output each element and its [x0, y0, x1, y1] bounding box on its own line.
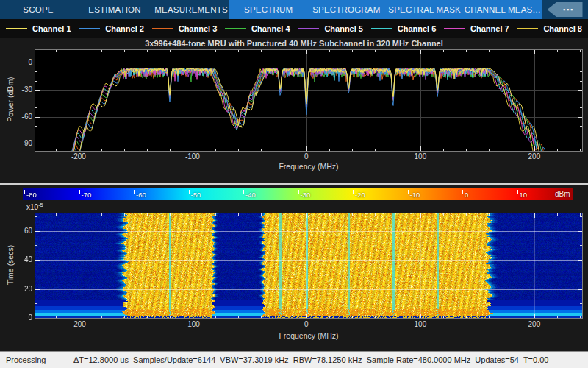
channel-4-line-swatch: [225, 28, 246, 29]
spectrum-x-tick-label: -100: [176, 152, 209, 160]
colorbar-unit-label: dBm: [555, 190, 570, 198]
channel-7-line-swatch: [444, 28, 465, 29]
toolstrip-overflow-area: ⋯: [542, 0, 588, 19]
tab-scope[interactable]: SCOPE: [0, 0, 76, 19]
spectrogram-x-axis-label: Frequency (MHz): [35, 331, 582, 340]
legend-item-channel-1[interactable]: Channel 1: [6, 24, 71, 33]
spectrum-y-tick-label: -60: [1, 113, 32, 121]
legend-item-channel-3[interactable]: Channel 3: [152, 24, 218, 33]
spectrum-x-tick-label: 100: [404, 152, 437, 160]
colorbar-tick-label: -40: [245, 191, 256, 199]
colorbar-tick-label: -80: [26, 191, 37, 199]
spectrogram-x-tick-label: 100: [404, 320, 437, 328]
channel-8-line-swatch: [517, 28, 538, 29]
spectrum-x-axis-label: Frequency (MHz): [35, 162, 582, 171]
channel-3-line-swatch: [152, 28, 173, 29]
tab-spectral-mask[interactable]: SPECTRAL MASK: [386, 0, 464, 19]
colorbar-tick-label: -20: [355, 191, 365, 199]
legend-label: Channel 5: [324, 24, 363, 33]
spectrum-y-tick-label: -90: [1, 139, 32, 147]
tab-channel-measurements[interactable]: CHANNEL MEAS…: [464, 0, 542, 19]
spectrogram-x-tick-label: -200: [62, 320, 95, 328]
tab-spectrogram[interactable]: SPECTROGRAM: [307, 0, 385, 19]
spectrogram-y-tick-label: 20: [1, 285, 32, 293]
legend-label: Channel 6: [398, 24, 437, 33]
colorbar-tick-label: -70: [82, 191, 92, 199]
overflow-collapse-button[interactable]: ⋯: [548, 2, 583, 17]
spectrogram-x-tick-label: 0: [290, 320, 323, 328]
spectrum-title: 3x996+484-tone MRU with Punctured 40 MHz…: [0, 39, 588, 48]
channel-5-line-swatch: [298, 28, 319, 29]
tab-measurements[interactable]: MEASUREMENTS: [153, 0, 229, 19]
toolstrip-blue-group: SPECTRUM SPECTROGRAM SPECTRAL MASK CHANN…: [229, 0, 542, 19]
colorbar-tick-label: 0: [465, 191, 468, 199]
ellipsis-icon: ⋯: [562, 3, 573, 16]
legend-label: Channel 3: [179, 24, 218, 33]
legend-item-channel-8[interactable]: Channel 8: [517, 24, 582, 33]
spectrogram-plot-canvas[interactable]: [35, 213, 583, 319]
colorbar-tick-label: -60: [136, 191, 146, 199]
spectrum-x-tick-label: -200: [62, 152, 95, 160]
legend-label: Channel 4: [251, 24, 290, 33]
status-bar: Processing ΔT=12.8000 us Samples/Update=…: [0, 351, 588, 368]
colorbar-tick-label: 10: [520, 191, 528, 199]
legend-item-channel-5[interactable]: Channel 5: [298, 24, 363, 33]
legend-label: Channel 2: [105, 24, 144, 33]
spectrum-analyzer-window: SCOPE ESTIMATION MEASUREMENTS SPECTRUM S…: [0, 0, 588, 368]
channel-1-line-swatch: [6, 28, 27, 29]
legend-item-channel-2[interactable]: Channel 2: [79, 24, 144, 33]
legend-item-channel-6[interactable]: Channel 6: [371, 24, 437, 33]
legend-label: Channel 8: [543, 24, 582, 33]
spectrum-y-tick-label: -30: [1, 85, 32, 93]
toolstrip-tabbar: SCOPE ESTIMATION MEASUREMENTS SPECTRUM S…: [0, 0, 588, 19]
tab-spectrum[interactable]: SPECTRUM: [229, 0, 307, 19]
spectrogram-x-tick-label: 200: [518, 320, 551, 328]
spectrogram-y-tick-label: 0: [1, 314, 32, 322]
legend-item-channel-7[interactable]: Channel 7: [444, 24, 509, 33]
spectrogram-y-tick-label: 40: [1, 255, 32, 263]
channel-legend: Channel 1 Channel 2 Channel 3 Channel 4 …: [0, 19, 588, 38]
colorbar-tick-label: -10: [410, 191, 420, 199]
toolstrip-left-group: SCOPE ESTIMATION MEASUREMENTS: [0, 0, 229, 19]
legend-label: Channel 1: [32, 24, 71, 33]
spectrum-plot-canvas[interactable]: [35, 49, 583, 152]
spectrum-y-tick-label: 0: [1, 58, 32, 66]
status-metrics: ΔT=12.8000 us Samples/Update=6144 VBW=37…: [74, 355, 548, 364]
legend-label: Channel 7: [470, 24, 509, 33]
legend-item-channel-4[interactable]: Channel 4: [225, 24, 290, 33]
spectrogram-y-tick-label: 60: [1, 227, 32, 235]
colorbar-tick-label: -50: [191, 191, 201, 199]
status-state: Processing: [6, 355, 74, 364]
channel-6-line-swatch: [371, 28, 392, 29]
spectrum-x-tick-label: 200: [518, 152, 551, 160]
time-axis-exponent-label: x10-5: [26, 202, 43, 211]
channel-2-line-swatch: [79, 28, 100, 29]
spectrogram-x-tick-label: -100: [176, 320, 209, 328]
tab-estimation[interactable]: ESTIMATION: [76, 0, 153, 19]
colorbar-tick-label: -30: [301, 191, 311, 199]
spectrum-x-tick-label: 0: [290, 152, 323, 160]
